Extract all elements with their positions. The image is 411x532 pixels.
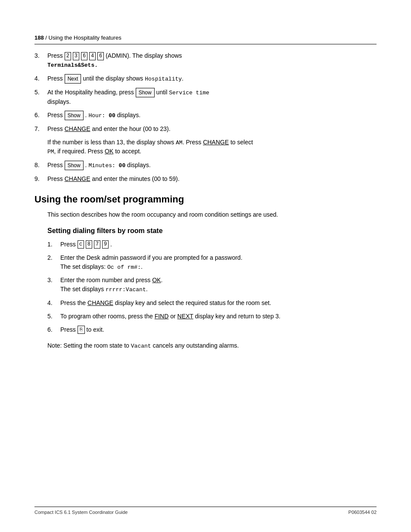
substep4-content: Press the CHANGE display key and select … [60,299,377,308]
header-text: 188 / Using the Hospitality features [34,34,121,41]
step9-number: 9. [34,174,47,184]
page-footer: Compact ICS 6.1 System Coordinator Guide… [34,507,377,515]
show-button-8[interactable]: Show [65,161,84,170]
key-8: 8 [86,240,92,249]
substep-5: 5. To program other rooms, press the FIN… [47,312,377,321]
sub-section-heading: Setting dialing filters by room state [34,227,377,235]
substep3-text1: Enter the room number and press OK. [60,277,162,283]
footer-right: P0603544 02 [349,510,377,515]
step5-number: 5. [34,88,47,106]
step8-number: 8. [34,161,47,170]
step3-number: 3. [34,51,47,70]
step9-text: Press CHANGE and enter the minutes (00 t… [47,175,180,182]
substep-1: 1. Press c 8 7 9 . [47,240,377,249]
release-icon: ⎘ [78,326,85,334]
step5-display: Service time [169,90,209,96]
substep-3: 3. Enter the room number and press OK. T… [47,276,377,294]
substep-4: 4. Press the CHANGE display key and sele… [47,299,377,308]
step3-content: Press 2 3 6 4 6 (ADMIN). The display sho… [47,51,377,70]
key-7: 7 [94,240,100,249]
substep1-number: 1. [47,240,60,249]
main-list: 3. Press 2 3 6 4 6 (ADMIN). The display … [34,51,377,134]
list-item-5: 5. At the Hospitality heading, press Sho… [34,88,377,106]
step4-content: Press Next until the display shows Hospi… [47,74,377,84]
step3-display: Terminals&Sets. [47,62,98,68]
main-section-heading: Using the room/set programming [34,194,377,205]
key-2: 2 [65,52,71,60]
para1-text1: If the number is less than 13, the displ… [47,139,253,146]
substep1-text-before: Press [60,241,76,248]
paragraph1: If the number is less than 13, the displ… [47,138,377,156]
substep6-text-after: to exit. [87,326,104,333]
key-4: 4 [89,52,96,60]
substep4-number: 4. [47,299,60,308]
substep1-text-after: . [110,241,112,248]
substep6-number: 6. [47,325,60,334]
key-6a: 6 [81,52,87,60]
next-button[interactable]: Next [65,74,81,84]
note-label: Note: Setting the room state to Vacant c… [47,342,239,349]
step8-text-before: Press [47,162,63,168]
step4-number: 4. [34,74,47,84]
show-button-6[interactable]: Show [65,111,84,120]
step7-content: Press CHANGE and enter the hour (00 to 2… [47,124,377,134]
step5-text-middle: until [156,89,169,96]
substep-6: 6. Press ⎘ to exit. [47,325,377,334]
step6-number: 6. [34,111,47,120]
substep2-number: 2. [47,253,60,272]
substep6-content: Press ⎘ to exit. [60,325,377,334]
key-9: 9 [102,240,109,249]
step6-text-after: . Hour: 00 displays. [85,112,141,118]
list-item-3: 3. Press 2 3 6 4 6 (ADMIN). The display … [34,51,377,70]
substep6-text-before: Press [60,326,76,333]
substep3-number: 3. [47,276,60,294]
step6-content: Press Show . Hour: 00 displays. [47,111,377,120]
step3-text-after: (ADMIN). The display shows [106,52,182,59]
substep2-text2: The set displays: Oc of rm#:. [60,263,143,270]
substep2-content: Enter the Desk admin password if you are… [60,253,377,272]
step8-content: Press Show . Minutes: 00 displays. [47,161,377,170]
step4-text-middle: until the display shows [83,75,143,82]
step7-text-part1: Press CHANGE and enter the hour (00 to 2… [47,125,171,132]
list-item-9: 9. Press CHANGE and enter the minutes (0… [34,174,377,184]
step6-text-before: Press [47,112,63,118]
step4-display: Hospitality [145,76,182,82]
key-3: 3 [73,52,79,60]
step9-content: Press CHANGE and enter the minutes (00 t… [47,174,377,184]
page-number: 188 [34,34,44,41]
step8-text-after: . Minutes: 00 displays. [85,162,151,168]
list-item-8: 8. Press Show . Minutes: 00 displays. [34,161,377,170]
substep-2: 2. Enter the Desk admin password if you … [47,253,377,272]
para1-text2: PM, if required. Press OK to accept. [47,148,141,155]
step5-text-before: At the Hospitality heading, press [47,89,134,96]
step7-number: 7. [34,124,47,134]
intro-paragraph: This section describes how the room occu… [34,210,377,219]
step5-text-after: displays. [47,98,71,105]
footer-left: Compact ICS 6.1 System Coordinator Guide [34,510,128,515]
substep5-number: 5. [47,312,60,321]
list-item-6: 6. Press Show . Hour: 00 displays. [34,111,377,120]
list-item-4: 4. Press Next until the display shows Ho… [34,74,377,84]
substep3-content: Enter the room number and press OK. The … [60,276,377,294]
substep5-content: To program other rooms, press the FIND o… [60,312,377,321]
substep3-text2: The set displays rrrrr:Vacant. [60,286,148,292]
list-item-7: 7. Press CHANGE and enter the hour (00 t… [34,124,377,134]
note-text: Note: Setting the room state to Vacant c… [34,341,377,351]
step4-period: . [182,75,184,82]
key-6b: 6 [97,52,104,60]
sub-list: 1. Press c 8 7 9 . 2. Enter the Desk adm… [34,240,377,334]
page-header: 188 / Using the Hospitality features [34,34,377,44]
page-container: 188 / Using the Hospitality features 3. … [0,0,411,532]
substep2-text1: Enter the Desk admin password if you are… [60,254,243,261]
step4-text-before: Press [47,75,63,82]
substep5-text: To program other rooms, press the FIND o… [60,313,280,320]
main-list-b: 8. Press Show . Minutes: 00 displays. 9.… [34,161,377,184]
substep4-text: Press the CHANGE display key and select … [60,299,271,306]
step5-content: At the Hospitality heading, press Show u… [47,88,377,106]
step3-text-before: Press [47,52,63,59]
substep1-content: Press c 8 7 9 . [60,240,377,249]
show-button-5[interactable]: Show [136,88,155,97]
key-c: c [78,240,84,249]
section-title: / Using the Hospitality features [45,34,121,41]
